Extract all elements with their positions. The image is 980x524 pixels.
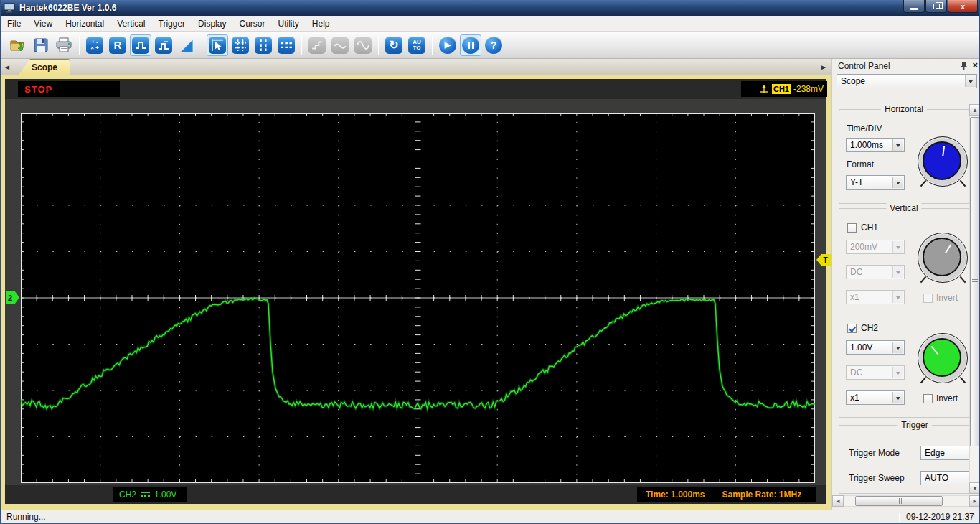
dc-coupling-icon	[141, 491, 150, 497]
trigger-channel-label: CH1	[772, 84, 791, 94]
waveform-display-button[interactable]	[130, 34, 151, 56]
graticule-svg	[21, 113, 815, 483]
ch2-position-knob[interactable]	[918, 333, 969, 385]
ch1-coupling-select[interactable]: DC	[846, 265, 905, 279]
trigger-sweep-label: Trigger Sweep	[849, 473, 905, 483]
auto-icon: AU TO	[408, 37, 425, 54]
ch2-label: CH2	[119, 490, 136, 500]
ch2-volts-select[interactable]: 1.00V	[846, 340, 905, 355]
menu-horizontal[interactable]: Horizontal	[59, 17, 110, 31]
menu-trigger[interactable]: Trigger	[152, 17, 192, 31]
datetime: 09-12-2019 21:37	[906, 512, 974, 522]
ch2-readout-box: CH2 1.00V	[113, 487, 187, 502]
scroll-up-icon[interactable]: ▲	[969, 104, 980, 116]
restore-button[interactable]	[925, 0, 947, 13]
scroll-down-icon[interactable]: ▼	[969, 482, 980, 494]
sine-wave-button[interactable]	[352, 34, 374, 56]
ramp-button[interactable]: ◢	[176, 34, 197, 56]
help-button[interactable]: ?	[483, 34, 504, 56]
cursor-measure-button[interactable]	[207, 34, 228, 56]
acquisition-status-box: STOP	[18, 81, 120, 97]
tab-scroll-right-icon[interactable]: ►	[819, 62, 829, 72]
trigger-level-value: -238mV	[793, 84, 824, 94]
step-wave-icon	[308, 37, 326, 54]
trigger-readout-box: CH1 -238mV	[741, 81, 827, 97]
pin-icon[interactable]	[960, 61, 968, 70]
math-button[interactable]: + - × ÷	[84, 34, 105, 56]
start-button[interactable]: ▶	[437, 34, 458, 56]
menu-view[interactable]: View	[27, 17, 59, 31]
smooth-wave-button[interactable]	[329, 34, 351, 56]
ch1-invert-checkbox[interactable]	[923, 294, 933, 303]
menu-vertical[interactable]: Vertical	[110, 17, 151, 31]
format-select[interactable]: Y-T	[846, 175, 905, 190]
tab-scroll-left-icon[interactable]: ◄	[2, 62, 12, 72]
ch1-volts-select[interactable]: 200mV	[846, 240, 905, 254]
tab-scope[interactable]: Scope	[19, 59, 70, 75]
menu-display[interactable]: Display	[192, 17, 232, 31]
grid-icon	[232, 37, 249, 54]
close-button[interactable]: x	[948, 0, 978, 13]
status-text: Running...	[1, 512, 46, 522]
pause-button[interactable]	[460, 34, 481, 56]
grid-cursor-button[interactable]	[230, 34, 251, 56]
chevron-down-icon	[892, 266, 903, 278]
menu-file[interactable]: File	[1, 17, 27, 31]
vscroll-thumb[interactable]	[970, 117, 980, 446]
panel-mode-select[interactable]: Scope	[837, 74, 977, 88]
scope-pane: STOP CH1 -238mV 2 T CH2 1.00V Time:	[1, 75, 831, 510]
sine-wave-icon	[354, 37, 372, 54]
pause-icon	[462, 37, 479, 54]
app-icon	[4, 3, 15, 13]
open-button[interactable]	[7, 34, 29, 56]
control-panel-header: Control Panel ×	[832, 59, 980, 73]
toolbar-separator	[378, 36, 379, 55]
format-label: Format	[847, 159, 874, 169]
sample-rate: Sample Rate: 1MHz	[722, 490, 802, 500]
ch1-position-knob[interactable]	[918, 233, 969, 284]
scroll-left-icon[interactable]: ◄	[832, 495, 844, 507]
minimize-button[interactable]	[903, 0, 925, 13]
chevron-down-icon	[892, 291, 903, 303]
ch2-enable-checkbox[interactable]	[847, 324, 857, 333]
scope-top-bar	[5, 79, 826, 99]
cursor-pointer-icon	[209, 37, 226, 54]
toolbar: + - × ÷ R ◢	[1, 32, 980, 59]
menu-cursor[interactable]: Cursor	[232, 17, 271, 31]
toolbar-separator	[301, 36, 302, 55]
chevron-down-icon	[892, 241, 903, 253]
vertical-cursor-button[interactable]	[253, 34, 274, 56]
ch1-probe-select[interactable]: x1	[846, 290, 905, 304]
hscroll-thumb[interactable]	[855, 496, 943, 506]
save-button[interactable]	[30, 34, 52, 56]
ch1-enable-checkbox[interactable]	[847, 223, 857, 233]
print-button[interactable]	[53, 34, 75, 56]
timediv-label: Time/DIV	[847, 123, 882, 134]
timebase-knob[interactable]	[918, 136, 969, 188]
menu-help[interactable]: Help	[306, 17, 336, 31]
ch2-label: CH2	[861, 323, 878, 333]
panel-close-icon[interactable]: ×	[972, 60, 978, 70]
refresh-icon: ↻	[385, 37, 402, 54]
ch2-invert-checkbox[interactable]	[923, 394, 933, 403]
trigger-legend: Trigger	[897, 420, 932, 430]
timediv-select[interactable]: 1.000ms	[846, 138, 905, 152]
ch2-coupling-select[interactable]: DC	[846, 365, 905, 380]
reference-button[interactable]: R	[107, 34, 128, 56]
chevron-down-icon	[892, 139, 903, 151]
ch2-volts-per-div: 1.00V	[154, 490, 176, 500]
control-panel-title: Control Panel	[838, 61, 890, 71]
menu-utility[interactable]: Utility	[271, 17, 305, 31]
scroll-right-icon[interactable]: ►	[969, 495, 980, 507]
status-bar: Running... 09-12-2019 21:37	[1, 510, 980, 524]
math-icon: + - × ÷	[86, 37, 103, 54]
restore-icon	[933, 4, 940, 9]
waveform-zoom-button[interactable]	[153, 34, 174, 56]
toolbar-separator	[432, 36, 433, 55]
autoset-button[interactable]: AU TO	[406, 34, 428, 56]
window-title: Hantek6022BE Ver 1.0.6	[19, 3, 116, 13]
ch2-probe-select[interactable]: x1	[846, 390, 905, 405]
refresh-button[interactable]: ↻	[383, 34, 405, 56]
horizontal-cursor-button[interactable]	[275, 34, 297, 56]
step-wave-button[interactable]	[306, 34, 328, 56]
